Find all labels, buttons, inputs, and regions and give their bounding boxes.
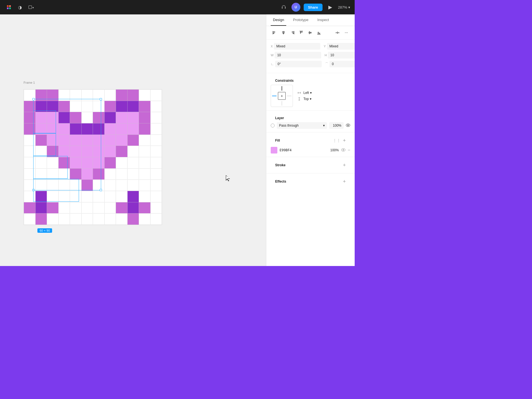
fill-opacity-value[interactable]: 100% xyxy=(328,148,339,152)
panel-tabs: Design Prototype Inspect xyxy=(266,14,355,26)
remove-fill-btn[interactable]: − xyxy=(348,148,350,153)
stroke-header: Stroke + xyxy=(271,159,350,170)
svg-point-45 xyxy=(342,149,344,150)
effects-title: Effects xyxy=(275,180,286,183)
headphones-icon[interactable] xyxy=(279,3,288,12)
canvas[interactable]: Frame 1 60 × 90 xyxy=(0,14,266,266)
svg-rect-27 xyxy=(339,32,339,33)
svg-rect-14 xyxy=(293,33,294,34)
angle-icon: ∟ xyxy=(271,62,274,66)
align-left-btn[interactable] xyxy=(271,29,278,37)
svg-rect-22 xyxy=(318,32,319,34)
blend-mode-select[interactable]: Pass through ▾ xyxy=(277,122,327,129)
constraints-content: + Left ▾ xyxy=(271,85,350,107)
blend-mode-icon xyxy=(271,124,275,127)
svg-rect-5 xyxy=(282,7,283,9)
right-panel: Design Prototype Inspect xyxy=(266,14,355,266)
zoom-control[interactable]: 287% ▾ xyxy=(338,5,350,9)
fill-header: Fill ⋮⋮ + xyxy=(271,135,350,145)
opacity-input[interactable] xyxy=(329,122,344,129)
toolbar: ◑ ▾ U Share ▶ 287% ▾ xyxy=(0,0,355,14)
distribute-btn[interactable] xyxy=(334,29,341,37)
stroke-title: Stroke xyxy=(275,163,285,167)
cv-line-right xyxy=(287,96,291,96)
dimension-label: 60 × 90 xyxy=(37,228,52,233)
svg-point-30 xyxy=(345,32,346,33)
align-bottom-btn[interactable] xyxy=(315,29,323,37)
figma-menu-icon[interactable] xyxy=(4,3,13,12)
tab-inspect[interactable]: Inspect xyxy=(315,14,331,26)
position-section: X Y W H ∟ ⌒ xyxy=(266,40,355,73)
pixel-art[interactable]: 60 × 90 xyxy=(24,89,162,225)
svg-rect-16 xyxy=(300,31,301,34)
vertical-constraint-select[interactable]: Top ▾ xyxy=(303,97,311,101)
y-input[interactable] xyxy=(327,43,355,50)
svg-rect-2 xyxy=(7,7,9,9)
radius-input[interactable] xyxy=(329,61,355,67)
svg-rect-13 xyxy=(292,32,294,32)
xy-row: X Y xyxy=(271,43,350,50)
fill-hex-value[interactable]: E99BF4 xyxy=(280,148,326,152)
svg-point-43 xyxy=(347,124,349,126)
wh-row: W H xyxy=(271,52,350,58)
visibility-toggle[interactable] xyxy=(346,123,350,128)
cv-line-left xyxy=(272,96,277,96)
frame-label: Frame 1 xyxy=(24,81,35,84)
svg-rect-0 xyxy=(7,5,9,7)
add-fill-btn[interactable]: + xyxy=(343,138,346,143)
constraint-visual: + xyxy=(271,85,293,107)
tab-prototype[interactable]: Prototype xyxy=(291,14,311,26)
fill-title: Fill xyxy=(275,139,280,142)
svg-rect-18 xyxy=(300,31,303,32)
tab-design[interactable]: Design xyxy=(271,14,286,26)
theme-toggle-icon[interactable]: ◑ xyxy=(16,3,24,12)
svg-rect-26 xyxy=(337,32,338,34)
svg-rect-8 xyxy=(273,33,274,34)
align-right-btn[interactable] xyxy=(288,29,296,37)
cv-line-top xyxy=(282,86,282,91)
toolbar-right: U Share ▶ 287% ▾ xyxy=(181,3,350,12)
w-input[interactable] xyxy=(275,52,321,58)
constraint-dropdowns: Left ▾ Top ▾ xyxy=(297,91,312,101)
align-center-v-btn[interactable] xyxy=(280,29,287,37)
svg-point-4 xyxy=(9,7,11,9)
more-align-btn[interactable] xyxy=(342,29,350,37)
component-icon[interactable]: ▾ xyxy=(27,3,35,12)
effects-section: Effects + xyxy=(266,173,355,190)
fill-color-swatch[interactable] xyxy=(271,147,277,154)
svg-rect-7 xyxy=(273,32,275,32)
x-input[interactable] xyxy=(274,43,320,50)
add-stroke-btn[interactable]: + xyxy=(343,163,346,168)
constraints-title: Constraints xyxy=(275,79,294,83)
fill-visibility-btn[interactable] xyxy=(341,148,346,153)
toolbar-left: ◑ ▾ xyxy=(4,3,174,12)
angle-input[interactable] xyxy=(275,61,322,67)
svg-rect-24 xyxy=(317,34,321,35)
svg-rect-17 xyxy=(301,31,302,33)
user-avatar[interactable]: U xyxy=(291,3,300,12)
fill-style-icon[interactable]: ⋮⋮ xyxy=(333,138,341,143)
play-icon[interactable]: ▶ xyxy=(326,3,335,12)
constraints-header: Constraints xyxy=(271,75,350,85)
share-button[interactable]: Share xyxy=(304,4,323,11)
radius-icon: ⌒ xyxy=(325,62,328,66)
canvas-area: Frame 1 60 × 90 xyxy=(0,14,266,266)
align-center-h-btn[interactable] xyxy=(306,29,314,37)
angle-radius-row: ∟ ⌒ xyxy=(271,61,350,67)
cv-center: + xyxy=(278,92,286,100)
horizontal-constraint-row: Left ▾ xyxy=(297,91,312,95)
alignment-tools xyxy=(266,26,355,40)
svg-rect-15 xyxy=(294,31,295,34)
svg-rect-6 xyxy=(285,7,286,9)
layer-title: Layer xyxy=(275,116,284,120)
svg-rect-25 xyxy=(336,32,336,33)
x-label: X xyxy=(271,45,273,48)
constraints-section: Constraints + xyxy=(266,73,355,111)
svg-point-32 xyxy=(347,32,348,33)
add-effect-btn[interactable]: + xyxy=(343,179,346,184)
vertical-constraint-icon xyxy=(297,97,301,101)
horizontal-constraint-select[interactable]: Left ▾ xyxy=(303,91,312,95)
vertical-constraint-row: Top ▾ xyxy=(297,97,312,101)
h-input[interactable] xyxy=(328,52,355,58)
align-top-btn[interactable] xyxy=(297,29,305,37)
